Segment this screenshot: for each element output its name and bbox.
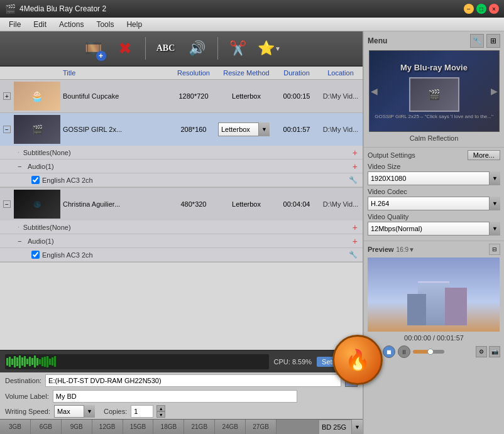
writing-speed-label: Writing Speed:	[5, 408, 50, 415]
preview-time: 00:00:00 / 00:01:57	[368, 334, 500, 342]
stop-button[interactable]: ⏹	[383, 345, 395, 358]
output-more-button[interactable]: More...	[468, 150, 500, 160]
waveform-bar	[19, 355, 21, 368]
menu-nav-left-button[interactable]: ◀	[371, 86, 378, 96]
preview-ratio[interactable]: 16:9▼	[397, 246, 415, 253]
audio-wrench-icon-2[interactable]: 🔧	[349, 176, 358, 184]
disc-size-select[interactable]: BD 25G	[319, 420, 363, 435]
expand-btn-1[interactable]: +	[0, 92, 14, 100]
add-audio-icon-3[interactable]: +	[353, 236, 358, 246]
video-row-main-3[interactable]: − 🌑 Christina Aguilier... 480*320 Letter…	[0, 188, 363, 220]
preview-export-button[interactable]: ⊟	[489, 244, 500, 255]
expand-btn-2[interactable]: −	[0, 126, 14, 133]
progress-bar: 3GB 6GB 9GB 12GB 15GB 18GB 21GB 24GB 27G…	[0, 419, 363, 434]
menu-help[interactable]: Help	[120, 19, 148, 30]
effects-button[interactable]: ⭐ ▼	[256, 35, 283, 62]
video-quality-select-wrapper: 12Mbps(Normal) ▼	[368, 222, 500, 236]
add-subtitle-icon-2[interactable]: +	[353, 148, 358, 158]
mark-6gb: 6GB	[31, 420, 62, 435]
copies-input[interactable]	[131, 405, 153, 418]
cut-button[interactable]: ✂️	[224, 35, 252, 62]
waveform-bar	[9, 357, 11, 367]
video-title-1: Bountiful Cupcake	[60, 92, 169, 100]
output-settings-section: Output Settings More... Video Size 1920X…	[364, 148, 504, 241]
writing-speed-select[interactable]: Max	[54, 405, 95, 418]
menu-section-icons: 🔧 ⊞	[470, 34, 500, 48]
flame-icon: 🔥	[345, 348, 370, 372]
waveform-bar	[31, 358, 33, 365]
menu-tools[interactable]: Tools	[90, 19, 120, 30]
mark-27gb: 27GB	[246, 420, 277, 435]
table-row: − 🎬 GOSSIP GIRL 2x... 208*160 Letterbox	[0, 113, 363, 188]
video-resize-1: Letterbox	[218, 92, 275, 100]
mark-3gb: 3GB	[0, 420, 31, 435]
audio-checkbox-2[interactable]	[31, 176, 40, 184]
menu-nav-right-button[interactable]: ▶	[491, 86, 498, 96]
col-location-header: Location	[319, 69, 363, 77]
thumbnail-2: 🎬	[14, 115, 60, 144]
pause-button[interactable]: ⏸	[398, 345, 410, 358]
copies-decrement[interactable]: ▼	[156, 411, 165, 418]
waveform-bar	[39, 359, 41, 364]
menu-caption: Calm Reflection	[368, 134, 500, 142]
menu-section: Menu 🔧 ⊞ My Blu-ray Movie 🎬 GOSSIP GIRL …	[364, 31, 504, 148]
waveform-bar	[44, 357, 46, 367]
toolbar-separator-2	[217, 37, 218, 60]
waveform-bar	[26, 359, 28, 364]
menu-bar: File Edit Actions Tools Help	[0, 18, 504, 31]
add-video-button[interactable]: 🎞️ +	[80, 35, 107, 62]
video-title-3: Christina Aguilier...	[60, 200, 169, 208]
menu-actions[interactable]: Actions	[53, 19, 90, 30]
minimize-button[interactable]: −	[464, 4, 474, 14]
audio-label-2: Audio(1)	[28, 163, 353, 170]
mark-9gb: 9GB	[62, 420, 92, 435]
video-quality-select[interactable]: 12Mbps(Normal)	[368, 222, 500, 236]
audio-checkbox-3[interactable]	[31, 251, 40, 259]
video-title-2: GOSSIP GIRL 2x...	[60, 126, 169, 133]
video-size-select[interactable]: 1920X1080	[368, 171, 500, 185]
playback-camera-button[interactable]: 📷	[489, 346, 500, 357]
waveform-bars	[5, 354, 269, 369]
audio-wrench-icon-3[interactable]: 🔧	[349, 251, 358, 259]
subtitles-label-3: Subtitles(None)	[23, 224, 353, 231]
audio-expand-2[interactable]: −	[18, 163, 28, 170]
audio-button[interactable]: 🔊	[184, 35, 211, 62]
mark-18gb: 18GB	[153, 420, 184, 435]
waveform-bar	[16, 357, 18, 366]
video-codec-label: Video Codec	[368, 188, 500, 195]
waveform-bar	[21, 357, 23, 366]
copies-increment[interactable]: ▲	[156, 405, 165, 411]
volume-handle[interactable]	[427, 349, 434, 355]
volume-label-input[interactable]	[53, 390, 297, 403]
video-row-main-1[interactable]: + 🧁 Bountiful Cupcake 1280*720 Letterbox…	[0, 80, 363, 112]
menu-wrench-button[interactable]: 🔧	[470, 34, 484, 48]
expand-btn-3[interactable]: −	[0, 200, 14, 208]
add-audio-icon-2[interactable]: +	[353, 161, 358, 171]
copies-label: Copies:	[104, 408, 127, 415]
remove-video-button[interactable]: ✖	[111, 35, 139, 62]
output-settings-header: Output Settings More...	[368, 150, 500, 160]
close-button[interactable]: ×	[489, 4, 499, 14]
app-icon: 🎬	[5, 4, 16, 14]
video-codec-select[interactable]: H.264	[368, 197, 500, 210]
volume-slider[interactable]	[413, 350, 444, 354]
menu-preview-subtitle-text: GOSSIP GIRL 2x25 – "Click says 'I love a…	[375, 114, 493, 119]
video-row-main-2[interactable]: − 🎬 GOSSIP GIRL 2x... 208*160 Letterbox	[0, 113, 363, 146]
cpu-usage-text: CPU: 8.59%	[274, 358, 312, 366]
playback-settings-button[interactable]: ⚙	[476, 346, 487, 357]
burn-button[interactable]: 🔥	[332, 335, 383, 385]
add-text-button[interactable]: ABC	[152, 35, 180, 62]
maximize-button[interactable]: □	[476, 4, 486, 14]
audio-expand-3[interactable]: −	[18, 237, 28, 245]
resize-method-select-2[interactable]: Letterbox	[218, 122, 270, 136]
menu-edit[interactable]: Edit	[27, 19, 53, 30]
menu-view-button[interactable]: ⊞	[486, 34, 500, 48]
table-row: + 🧁 Bountiful Cupcake 1280*720 Letterbox…	[0, 80, 363, 113]
waveform-bar	[52, 357, 53, 366]
destination-input[interactable]	[45, 374, 341, 387]
preview-icons: ⊟	[489, 244, 500, 255]
toolbar: 🎞️ + ✖ ABC 🔊 ✂️ ⭐ ▼	[0, 31, 363, 67]
menu-section-header: Menu 🔧 ⊞	[368, 34, 500, 48]
add-subtitle-icon-3[interactable]: +	[353, 222, 358, 232]
menu-file[interactable]: File	[3, 19, 27, 30]
